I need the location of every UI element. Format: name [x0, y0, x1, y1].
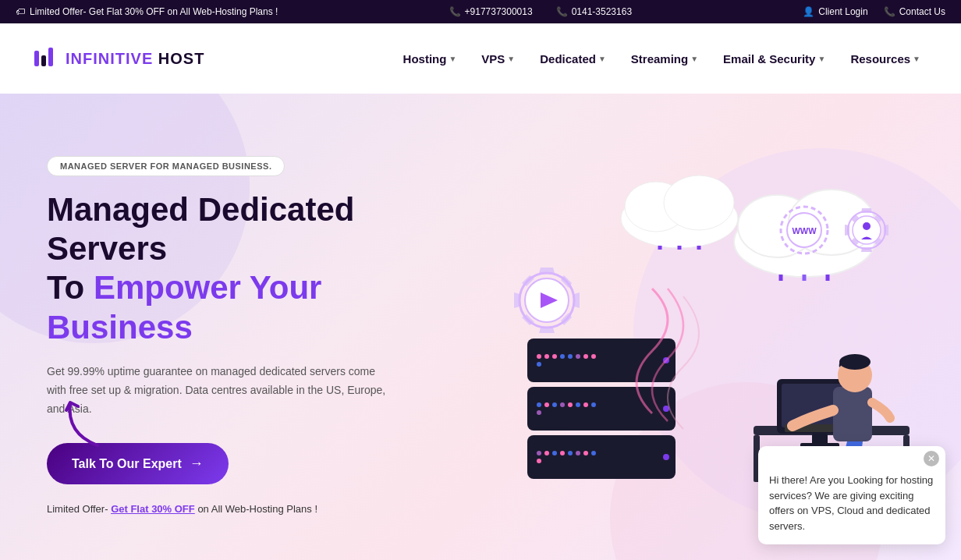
nav-resources-chevron: ▼	[913, 55, 920, 63]
svg-rect-34	[833, 387, 872, 441]
top-bar-actions: 👤 Client Login 📞 Contact Us	[803, 6, 945, 17]
dot	[537, 410, 541, 415]
logo-text: INFINITIVE HOST	[66, 50, 204, 68]
nav-streaming[interactable]: Streaming ▼	[622, 46, 707, 72]
dot	[552, 451, 557, 455]
user-icon: 👤	[803, 6, 814, 17]
svg-rect-1	[41, 55, 46, 66]
dot	[544, 451, 549, 455]
dot	[583, 354, 588, 359]
nav-vps-label: VPS	[481, 52, 505, 66]
contact-us-link[interactable]: 📞 Contact Us	[884, 6, 945, 17]
nav-resources-label: Resources	[850, 52, 910, 66]
dot	[537, 459, 541, 463]
dot	[576, 402, 580, 407]
phone-2[interactable]: 📞 0141-3523163	[556, 6, 632, 17]
hero-title-line1: Managed Dedicated Servers	[47, 191, 354, 267]
nav-hosting-label: Hosting	[403, 52, 447, 66]
phone-icon-2: 📞	[556, 6, 568, 17]
svg-rect-0	[34, 51, 39, 66]
nav-vps[interactable]: VPS ▼	[472, 46, 524, 72]
svg-text:WWW: WWW	[792, 226, 817, 236]
cta-label: Talk To Our Expert	[72, 457, 182, 471]
dot	[552, 354, 557, 359]
offer-link[interactable]: Get Flat 30% OFF	[111, 503, 195, 515]
contact-us-label: Contact Us	[899, 6, 945, 17]
dot	[576, 451, 580, 455]
navbar: INFINITIVE HOST Hosting ▼ VPS ▼ Dedicate…	[0, 23, 961, 94]
offer-line: Limited Offer- Get Flat 30% OFF on All W…	[47, 503, 452, 515]
hero-title: Managed Dedicated Servers To Empower You…	[47, 190, 452, 348]
server-unit-3	[527, 435, 676, 479]
svg-rect-2	[48, 48, 53, 66]
phone-icon-3: 📞	[884, 6, 895, 17]
dot	[560, 402, 565, 407]
dot	[568, 354, 573, 359]
nav-dedicated-chevron: ▼	[598, 55, 606, 63]
offer-prefix: Limited Offer-	[47, 503, 111, 515]
nav-email-security[interactable]: Email & Security ▼	[714, 46, 835, 72]
dot	[560, 451, 565, 455]
nav-dedicated[interactable]: Dedicated ▼	[530, 46, 615, 72]
server-dots-3	[537, 451, 599, 463]
dot	[568, 402, 573, 407]
top-bar: 🏷 Limited Offer- Get Flat 30% OFF on All…	[0, 0, 961, 23]
nav-hosting-chevron: ▼	[449, 55, 456, 63]
hero-title-line2-plain: To	[47, 269, 94, 306]
dot	[568, 451, 573, 455]
top-bar-offer: 🏷 Limited Offer- Get Flat 30% OFF on All…	[16, 6, 278, 17]
dot	[583, 402, 588, 407]
dot	[537, 354, 541, 359]
logo-icon	[31, 44, 59, 73]
svg-point-23	[863, 222, 871, 230]
chat-close-button[interactable]: ✕	[924, 451, 939, 466]
top-bar-phones: 📞 +917737300013 📞 0141-3523163	[449, 6, 633, 17]
phone-icon-1: 📞	[449, 6, 461, 17]
chat-body: Hi there! Are you Looking for hosting se…	[758, 466, 945, 544]
nav-hosting[interactable]: Hosting ▼	[394, 46, 466, 72]
offer-icon: 🏷	[16, 6, 25, 17]
hero-left: MANAGED SERVER FOR MANAGED BUSINESS. Man…	[47, 156, 452, 516]
svg-rect-29	[812, 434, 828, 445]
nav-streaming-chevron: ▼	[690, 55, 698, 63]
cable-decoration	[590, 281, 746, 437]
gear-big-icon	[512, 265, 582, 335]
dot	[537, 451, 541, 455]
nav-email-security-chevron: ▼	[817, 55, 825, 63]
dot	[552, 402, 557, 407]
dot	[576, 354, 580, 359]
dot	[591, 451, 596, 455]
phone-number-1: +917737300013	[465, 6, 533, 17]
nav-streaming-label: Streaming	[631, 52, 688, 66]
chat-widget: ✕ Hi there! Are you Looking for hosting …	[758, 446, 945, 544]
dot	[544, 402, 549, 407]
nav-vps-chevron: ▼	[507, 55, 515, 63]
nav-links: Hosting ▼ VPS ▼ Dedicated ▼ Streaming ▼ …	[394, 46, 930, 72]
dot	[583, 451, 588, 455]
client-login-link[interactable]: 👤 Client Login	[803, 6, 867, 17]
offer-text: Limited Offer- Get Flat 30% OFF on All W…	[30, 6, 278, 17]
dot	[537, 362, 541, 367]
chat-header: ✕	[758, 446, 945, 466]
offer-suffix: on All Web-Hosting Plans !	[195, 503, 317, 515]
client-login-label: Client Login	[818, 6, 867, 17]
nav-resources[interactable]: Resources ▼	[841, 46, 930, 72]
dot	[560, 354, 565, 359]
phone-1[interactable]: 📞 +917737300013	[449, 6, 533, 17]
chat-message: Hi there! Are you Looking for hosting se…	[769, 473, 934, 533]
dot	[537, 402, 541, 407]
dot	[544, 354, 549, 359]
phone-number-2: 0141-3523163	[572, 6, 632, 17]
arrow-decoration	[62, 387, 101, 452]
nav-email-security-label: Email & Security	[723, 52, 815, 66]
cta-arrow-icon: →	[190, 455, 204, 472]
nav-dedicated-label: Dedicated	[540, 52, 596, 66]
hero-badge: MANAGED SERVER FOR MANAGED BUSINESS.	[47, 156, 285, 176]
logo[interactable]: INFINITIVE HOST	[31, 44, 204, 73]
